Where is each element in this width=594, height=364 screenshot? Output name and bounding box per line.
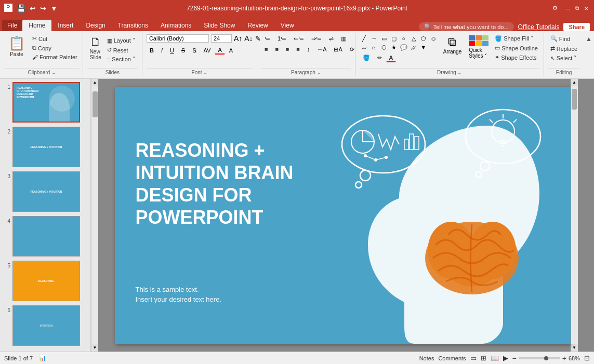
zoom-in-button[interactable]: + (562, 354, 566, 362)
zoom-out-button[interactable]: − (512, 354, 517, 362)
paste-button[interactable]: 📋 Paste (4, 34, 29, 58)
tab-animations[interactable]: Animations (154, 20, 197, 31)
slide-thumb-4[interactable]: 4 (2, 215, 88, 258)
zoom-level[interactable]: 68% (569, 355, 580, 361)
slide-thumb-2[interactable]: 2 REASONING + INTUITION (2, 126, 88, 168)
reading-view-icon[interactable]: 📖 (491, 354, 499, 362)
scroll-thumb[interactable] (93, 91, 98, 117)
arrange-button[interactable]: ⧉ Arrange (440, 34, 465, 56)
layout-button[interactable]: ▦ Layout ˅ (105, 36, 138, 45)
comments-button[interactable]: Comments (438, 355, 466, 361)
slide-thumb-6[interactable]: 6 INTUITION (2, 304, 88, 347)
slideshow-icon[interactable]: ▶ (503, 354, 508, 362)
fit-slide-button[interactable]: ⊡ (584, 354, 590, 362)
font-name-input[interactable] (147, 34, 209, 43)
shape-diamond[interactable]: ◇ (429, 34, 438, 43)
decrease-font-icon[interactable]: A↓ (244, 34, 253, 43)
normal-view-icon[interactable]: ▭ (470, 354, 477, 362)
shape-more[interactable]: ▼ (419, 43, 428, 51)
indent-decrease-button[interactable]: ⇐≔ (291, 34, 307, 43)
canvas-scroll-down[interactable]: ▼ (571, 344, 578, 352)
shape-outline-button[interactable]: ▭ Shape Outline (493, 44, 540, 52)
line-spacing-button[interactable]: ↕ (304, 45, 313, 54)
rtl-button[interactable]: ⇌ (326, 34, 337, 43)
shape-effects-button[interactable]: ✦ Shape Effects (493, 53, 540, 62)
canvas-scroll-thumb[interactable] (572, 89, 577, 110)
window-settings-icon[interactable]: ⚙ (552, 5, 558, 12)
shape-hexagon[interactable]: ⬡ (379, 43, 389, 51)
slide-thumb-1[interactable]: 1 REASONING +INTUITION BRAINDESIGN FORPO… (2, 81, 88, 124)
columns-button[interactable]: ▥ (338, 34, 349, 43)
find-button[interactable]: 🔍 Find (548, 34, 579, 43)
minimize-button[interactable]: — (564, 5, 571, 12)
shape-parallelogram[interactable]: ▱ (360, 43, 369, 51)
slide-thumb-3[interactable]: 3 REASONING + INTUITION (2, 170, 88, 213)
tab-design[interactable]: Design (80, 20, 111, 31)
scroll-down-button[interactable]: ▼ (91, 344, 99, 352)
close-button[interactable]: ✕ (583, 5, 590, 12)
shape-ellipse[interactable]: ○ (399, 34, 408, 43)
tab-review[interactable]: Review (241, 20, 274, 31)
shape-pentagon[interactable]: ⬠ (419, 34, 428, 43)
new-slide-button[interactable]: 🗋 NewSlide (87, 34, 104, 61)
reset-button[interactable]: ↺ Reset (105, 46, 138, 55)
format-painter-button[interactable]: 🖌 Format Painter (30, 53, 80, 61)
share-button[interactable]: Share (563, 23, 590, 31)
shape-callout[interactable]: 💬 (399, 43, 408, 51)
shape-trapezoid[interactable]: ⏢ (369, 43, 379, 51)
increase-font-icon[interactable]: A↑ (234, 34, 242, 43)
notes-button[interactable]: Notes (419, 355, 434, 361)
tab-file[interactable]: File (2, 20, 22, 31)
align-center-button[interactable]: ≡ (272, 45, 281, 54)
strikethrough-button[interactable]: S (178, 46, 188, 55)
text-align-vertical-button[interactable]: ⊞A (331, 45, 345, 54)
font-color-button[interactable]: A (215, 46, 225, 55)
undo-icon[interactable]: ↩ (29, 3, 37, 14)
collapse-ribbon-button[interactable]: ▲ (586, 35, 592, 43)
replace-button[interactable]: ⇄ Replace (548, 44, 579, 53)
save-icon[interactable]: 💾 (16, 3, 27, 14)
shape-cylinder[interactable]: ⌭ (409, 43, 418, 51)
tab-view[interactable]: View (274, 20, 300, 31)
select-button[interactable]: ↖ Select ˅ (548, 54, 579, 63)
slide-sorter-icon[interactable]: ⊞ (481, 354, 486, 362)
tell-me-area[interactable]: 🔍 Tell me what you want to do... (419, 22, 514, 31)
shape-fill-button[interactable]: 🪣 Shape Fill ˅ (493, 34, 540, 43)
restore-button[interactable]: ⧉ (573, 5, 580, 12)
canvas-scroll-up[interactable]: ▲ (571, 79, 578, 86)
numbered-list-button[interactable]: 1≔ (274, 34, 289, 43)
highlight-button[interactable]: A (226, 46, 236, 55)
italic-button[interactable]: I (158, 46, 166, 55)
char-spacing-button[interactable]: AV (201, 46, 214, 55)
shape-star[interactable]: ★ (389, 43, 399, 51)
cut-button[interactable]: ✂ Cut (30, 34, 80, 43)
shadow-button[interactable]: S (189, 46, 199, 55)
slide-thumb-5[interactable]: 5 REASONING (2, 260, 88, 302)
slide-view-icon[interactable]: 📊 (39, 355, 46, 361)
shape-line[interactable]: ╱ (360, 34, 369, 43)
font-color2-button[interactable]: A (386, 53, 396, 62)
bullet-list-button[interactable]: ≔ (261, 34, 273, 43)
scroll-up-button[interactable]: ▲ (91, 79, 99, 86)
zoom-slider[interactable] (519, 357, 560, 359)
redo-icon[interactable]: ↪ (39, 3, 47, 14)
section-button[interactable]: ≡ Section ˅ (105, 55, 138, 64)
zoom-slider-thumb[interactable] (544, 356, 548, 360)
shape-triangle[interactable]: △ (409, 34, 418, 43)
justify-button[interactable]: ≡ (293, 45, 302, 54)
tab-slideshow[interactable]: Slide Show (197, 20, 241, 31)
copy-button[interactable]: ⧉ Copy (30, 44, 80, 52)
indent-increase-button[interactable]: ⇒≔ (308, 34, 325, 43)
font-size-input[interactable] (211, 34, 232, 43)
slide-canvas[interactable]: REASONING + INTUITION BRAIN DESIGN FOR P… (115, 87, 571, 344)
tab-insert[interactable]: Insert (51, 20, 80, 31)
align-right-button[interactable]: ≡ (283, 45, 292, 54)
shape-roundrect[interactable]: ▢ (389, 34, 399, 43)
underline-button[interactable]: U (167, 46, 177, 55)
align-left-button[interactable]: ≡ (261, 45, 271, 54)
quick-styles-button[interactable]: Quick Styles ˅ (467, 34, 491, 60)
bold-button[interactable]: B (147, 46, 157, 55)
fill-color-button[interactable]: 🪣 (360, 53, 373, 62)
line-color-button[interactable]: ✏ (374, 53, 385, 62)
shape-rect[interactable]: ▭ (379, 34, 389, 43)
